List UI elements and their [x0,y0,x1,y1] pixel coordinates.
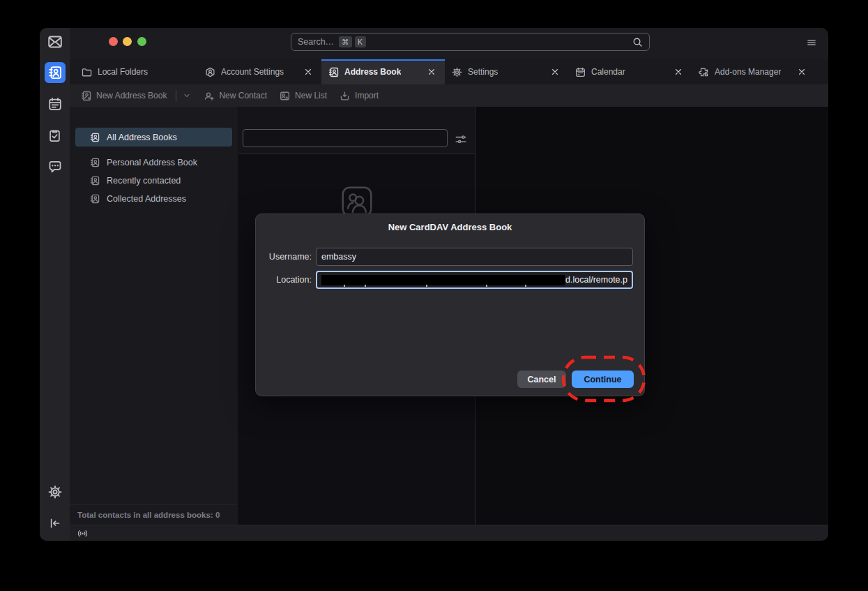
tasks-space-button[interactable] [45,125,66,146]
tab-label: Account Settings [221,67,284,77]
hamburger-icon [806,38,817,47]
new-address-book-label: New Address Book [96,91,167,100]
address-book-plus-icon [81,91,91,101]
close-tab-button[interactable] [425,66,438,78]
traffic-zoom-button[interactable] [137,37,146,46]
close-tab-button[interactable] [302,66,314,78]
traffic-minimize-button[interactable] [123,37,132,46]
contacts-filter-input[interactable] [243,129,448,147]
tab-label: Add-ons Manager [715,67,781,77]
display-options-button[interactable] [455,133,467,146]
new-carddav-dialog: New CardDAV Address Book Username: Locat… [255,214,645,396]
tab-account-settings[interactable]: Account Settings [198,59,321,84]
app-window: ⌘ K Local Folders Account Settings Addre… [40,28,828,541]
spaces-toolbar [40,28,70,541]
app-menu-button[interactable] [806,37,817,48]
cancel-button[interactable]: Cancel [517,371,566,388]
address-book-icon [90,158,100,167]
chat-icon [48,160,62,174]
calendar-icon [48,97,62,111]
location-field[interactable]: d.local/remote.p [316,271,633,289]
username-label: Username: [261,252,312,262]
calendar-space-button[interactable] [45,93,66,114]
address-book-icon [90,176,100,186]
book-row-label: Personal Address Book [107,158,197,167]
broadcast-status-icon [77,528,89,539]
account-settings-icon [205,67,215,77]
contacts-list-header [238,107,475,154]
spaces-settings-button[interactable] [45,481,66,502]
book-row-recently-contacted[interactable]: Recently contacted [75,171,232,190]
import-label: Import [355,91,379,100]
new-contact-button[interactable]: New Contact [204,91,267,101]
new-list-button[interactable]: New List [280,91,327,101]
tab-local-folders[interactable]: Local Folders [75,59,198,84]
tab-label: Calendar [591,67,625,77]
traffic-close-button[interactable] [109,37,118,46]
close-tab-button[interactable] [549,66,561,78]
new-contact-label: New Contact [219,91,267,100]
status-bar [70,525,828,541]
calendar-icon [575,67,586,77]
k-key-badge: K [355,36,366,47]
tab-label: Local Folders [98,67,148,77]
book-row-label: Recently contacted [107,176,181,186]
person-plus-icon [204,91,214,101]
puzzle-icon [699,67,709,77]
search-icon [632,37,643,47]
addressbook-toolbar: New Address Book New Contact New List Im… [70,84,828,107]
address-book-icon [328,67,339,77]
chat-space-button[interactable] [45,156,66,177]
location-visible-text: d.local/remote.p [565,275,627,285]
mail-icon [47,34,63,50]
titlebar: ⌘ K [70,28,828,59]
tab-bar: Local Folders Account Settings Address B… [70,59,828,84]
cmd-key-badge: ⌘ [339,36,352,47]
username-field[interactable] [316,248,633,266]
mail-space-button[interactable] [45,31,66,52]
address-book-icon [90,133,100,142]
tasks-icon [48,129,61,142]
import-icon [340,91,350,101]
contact-list-plus-icon [280,91,290,101]
tab-label: Address Book [344,67,401,77]
folder-icon [82,67,92,77]
book-row-personal[interactable]: Personal Address Book [75,153,232,172]
address-book-icon [90,194,100,204]
book-row-label: Collected Addresses [107,194,186,204]
location-label: Location: [261,275,312,285]
global-search[interactable]: ⌘ K [291,33,650,51]
tab-label: Settings [468,67,498,77]
new-address-book-button[interactable]: New Address Book [81,90,191,101]
close-tab-button[interactable] [795,66,808,78]
addressbook-space-button[interactable] [45,62,66,83]
tab-address-book[interactable]: Address Book [321,59,445,84]
collapse-arrow-icon [49,517,61,530]
import-button[interactable]: Import [340,91,379,101]
continue-button[interactable]: Continue [572,371,634,388]
split-button-divider [176,90,176,101]
book-row-all-address-books[interactable]: All Address Books [75,128,232,147]
collapse-spaces-button[interactable] [45,513,66,534]
address-book-icon [48,66,62,80]
tab-calendar[interactable]: Calendar [568,59,692,84]
chevron-down-icon[interactable] [183,91,191,100]
tab-settings[interactable]: Settings [445,59,568,84]
tab-addons-manager[interactable]: Add-ons Manager [692,59,815,84]
book-row-collected-addresses[interactable]: Collected Addresses [75,189,232,208]
display-options-icon [455,133,467,146]
gear-icon [48,485,62,499]
dialog-title: New CardDAV Address Book [256,222,644,232]
close-tab-button[interactable] [672,66,685,78]
gear-icon [452,67,462,77]
redacted-url-block [321,275,565,285]
contacts-count-status: Total contacts in all address books: 0 [70,504,238,525]
new-list-label: New List [295,91,327,100]
book-row-label: All Address Books [107,133,177,142]
address-books-pane: All Address Books Personal Address Book … [70,107,238,525]
